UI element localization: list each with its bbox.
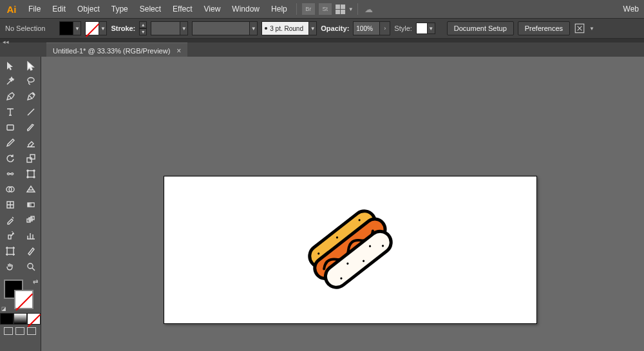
column-graph-tool[interactable] <box>21 228 41 243</box>
stroke-label: Stroke: <box>111 24 135 32</box>
draw-mode-normal[interactable] <box>4 327 13 335</box>
brush-definition-field[interactable] <box>192 21 250 35</box>
svg-point-1 <box>28 78 34 82</box>
svg-rect-5 <box>30 155 35 159</box>
swap-fill-stroke-icon[interactable]: ⇄ <box>33 278 38 285</box>
stroke-weight-stepper[interactable]: ▲▼ <box>139 21 147 35</box>
preferences-button[interactable]: Preferences <box>518 21 570 35</box>
svg-rect-3 <box>7 125 14 130</box>
blend-tool[interactable] <box>21 213 41 228</box>
symbol-sprayer-tool[interactable] <box>0 228 21 243</box>
document-tab[interactable]: Untitled-1* @ 33.33% (RGB/Preview) × <box>46 43 187 58</box>
align-to-icon[interactable] <box>574 23 585 34</box>
svg-point-2 <box>33 93 34 95</box>
menu-file[interactable]: File <box>23 2 46 16</box>
svg-point-10 <box>33 176 35 178</box>
perspective-grid-tool[interactable] <box>21 182 41 197</box>
svg-point-7 <box>27 170 28 171</box>
color-mode-gradient[interactable] <box>14 313 27 325</box>
opacity-dropdown-icon[interactable]: › <box>380 21 390 35</box>
lasso-tool[interactable] <box>21 73 41 89</box>
svg-point-8 <box>33 170 35 171</box>
canvas-area[interactable] <box>41 57 644 351</box>
workspace-switcher[interactable]: Web <box>622 2 640 16</box>
menu-bar: Ai File Edit Object Type Select Effect V… <box>0 0 644 18</box>
width-tool[interactable] <box>0 166 21 182</box>
opacity-field[interactable]: 100% <box>353 21 380 35</box>
style-dropdown-icon[interactable]: ▼ <box>428 23 435 34</box>
svg-rect-4 <box>27 158 32 162</box>
stroke-profile-field[interactable]: 3 pt. Round <box>261 21 309 35</box>
svg-point-9 <box>27 176 28 178</box>
hotdog-artwork[interactable] <box>296 194 405 305</box>
eyedropper-tool[interactable] <box>0 213 21 228</box>
free-transform-tool[interactable] <box>21 166 41 182</box>
artboard-tool[interactable] <box>0 243 21 259</box>
shape-builder-tool[interactable] <box>0 182 21 197</box>
scale-tool[interactable] <box>21 151 41 166</box>
menu-effect[interactable]: Effect <box>167 2 197 16</box>
stroke-weight-field[interactable] <box>151 21 180 35</box>
style-swatch[interactable] <box>416 23 428 34</box>
draw-mode-behind[interactable] <box>15 327 24 335</box>
line-segment-tool[interactable] <box>21 104 41 120</box>
fill-stroke-control[interactable]: ⇄ ◪ <box>0 277 41 312</box>
fill-swatch[interactable] <box>59 21 73 35</box>
stroke-weight-dropdown-icon[interactable]: ▼ <box>180 21 188 35</box>
menu-edit[interactable]: Edit <box>47 2 71 16</box>
arrange-documents-button[interactable] <box>334 3 347 15</box>
align-dropdown-icon[interactable]: ▼ <box>589 23 594 34</box>
fill-dropdown-icon[interactable]: ▼ <box>73 21 81 35</box>
type-tool[interactable] <box>0 104 21 120</box>
gradient-tool[interactable] <box>21 197 41 213</box>
default-fill-stroke-icon[interactable]: ◪ <box>1 306 6 312</box>
menu-window[interactable]: Window <box>227 2 265 16</box>
color-mode-none[interactable] <box>27 313 41 325</box>
panel-collapse-icon[interactable]: ◂◂ <box>3 39 9 45</box>
stroke-color-box[interactable] <box>14 290 33 309</box>
pencil-tool[interactable] <box>0 135 21 151</box>
svg-rect-14 <box>28 203 34 207</box>
menu-help[interactable]: Help <box>266 2 292 16</box>
document-setup-button[interactable]: Document Setup <box>447 21 514 35</box>
stroke-profile-dropdown-icon[interactable]: ▼ <box>309 21 317 35</box>
magic-wand-tool[interactable] <box>0 73 21 89</box>
hand-tool[interactable] <box>0 259 21 274</box>
menu-type[interactable]: Type <box>106 2 133 16</box>
divider <box>296 3 297 15</box>
slice-tool[interactable] <box>21 243 41 259</box>
draw-mode-inside[interactable] <box>27 327 36 335</box>
rotate-tool[interactable] <box>0 151 21 166</box>
brush-dropdown-icon[interactable]: ▼ <box>250 21 258 35</box>
menu-select[interactable]: Select <box>135 2 166 16</box>
svg-point-20 <box>28 263 33 269</box>
mesh-tool[interactable] <box>0 197 21 213</box>
menu-object[interactable]: Object <box>72 2 105 16</box>
menu-view[interactable]: View <box>199 2 226 16</box>
direct-selection-tool[interactable] <box>21 58 41 73</box>
document-tab-title: Untitled-1* @ 33.33% (RGB/Preview) <box>53 47 170 55</box>
opacity-label: Opacity: <box>321 24 349 32</box>
paintbrush-tool[interactable] <box>21 120 41 135</box>
curvature-tool[interactable] <box>21 89 41 104</box>
stroke-swatch[interactable] <box>85 21 99 35</box>
eraser-tool[interactable] <box>21 135 41 151</box>
app-logo: Ai <box>4 1 19 17</box>
color-mode-row <box>0 313 41 325</box>
color-mode-solid[interactable] <box>0 313 14 325</box>
selection-tool[interactable] <box>0 58 21 73</box>
arrange-dropdown-icon[interactable]: ▼ <box>348 3 354 15</box>
bridge-button[interactable]: Br <box>302 3 315 15</box>
pen-tool[interactable] <box>0 89 21 104</box>
tools-panel: ⇄ ◪ <box>0 57 41 351</box>
zoom-tool[interactable] <box>21 259 41 274</box>
sync-settings-icon[interactable]: ☁ <box>362 3 376 15</box>
artboard[interactable] <box>164 176 537 324</box>
stock-button[interactable]: St <box>319 3 332 15</box>
svg-rect-18 <box>8 235 11 239</box>
rectangle-tool[interactable] <box>0 120 21 135</box>
close-tab-icon[interactable]: × <box>176 46 181 55</box>
style-label: Style: <box>394 24 412 32</box>
stroke-profile-label: 3 pt. Round <box>270 25 303 32</box>
stroke-dropdown-icon[interactable]: ▼ <box>99 21 107 35</box>
